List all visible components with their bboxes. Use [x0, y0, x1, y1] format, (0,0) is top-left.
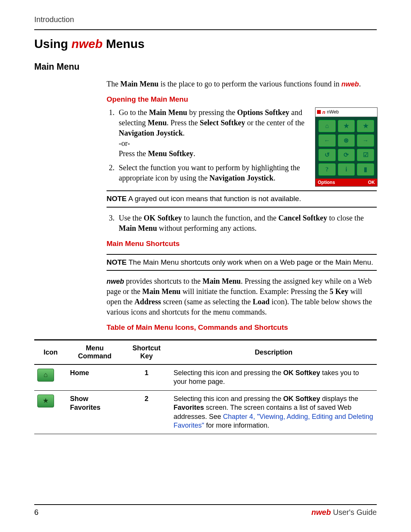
menu-cell: ⟳ — [338, 149, 355, 161]
note-text: The Main Menu shortcuts only work when o… — [127, 258, 373, 266]
home-icon: ⌂ — [37, 369, 54, 382]
table-row: ⌂ Home 1 Selecting this icon and pressin… — [34, 364, 377, 390]
text: The — [107, 80, 120, 88]
steps-list-cont: Use the OK Softkey to launch the functio… — [107, 213, 377, 233]
text: without performing any actions. — [157, 224, 257, 232]
th-key: Shortcut Key — [123, 340, 170, 365]
menu-cell: ⌂ — [319, 120, 336, 132]
intro-paragraph: The Main Menu is the place to go to perf… — [107, 79, 377, 89]
text: for more information. — [204, 422, 269, 429]
phone-title-text: nWeb — [327, 109, 339, 115]
cell-icon: ★ — [34, 390, 67, 434]
bold: 5 Key — [330, 287, 348, 296]
bold: Main Menu — [202, 277, 241, 285]
bold: Main Menu — [142, 287, 181, 296]
header-rule — [34, 29, 377, 30]
text: Selecting this icon and pressing the — [174, 395, 283, 403]
phone-flag-icon — [317, 110, 321, 114]
star-icon: ★ — [37, 395, 54, 407]
bold: Favorites — [174, 404, 204, 411]
menu-cell: ★ — [338, 120, 355, 132]
page-number: 6 — [34, 508, 38, 517]
text: Selecting this icon and pressing the — [174, 369, 283, 377]
subheading-opening: Opening the Main Menu — [107, 94, 377, 104]
bold: Main Menu — [120, 80, 159, 88]
note-block-2: NOTE The Main Menu shortcuts only work w… — [107, 254, 377, 271]
bold: Menu — [148, 118, 167, 127]
body-column: The Main Menu is the place to go to perf… — [107, 79, 377, 335]
title-post: Menus — [103, 37, 145, 51]
text: or the center of the — [245, 118, 304, 127]
cell-command: Show Favorites — [67, 390, 123, 434]
cell-description: Selecting this icon and pressing the OK … — [170, 364, 377, 390]
text: Press the — [119, 149, 148, 158]
title-pre: Using — [34, 37, 72, 51]
th-icon: Icon — [34, 340, 67, 365]
phone-screenshot: n nWeb ⌂ ★ ★ ← ⊛ → ↺ ⟳ ☑ ? i ▮ Options O… — [315, 107, 377, 187]
th-command: Menu Command — [67, 340, 123, 365]
brand-inline: nweb — [107, 278, 124, 285]
text: displays the — [320, 395, 358, 403]
menu-cell: ▮ — [357, 163, 374, 176]
bold: Navigation Joystick — [119, 129, 183, 137]
cell-key: 2 — [123, 390, 170, 434]
text: provides shortcuts to the — [124, 277, 202, 285]
menu-cell: ★ — [357, 120, 374, 132]
subheading-table: Table of Main Menu Icons, Commands and S… — [107, 323, 377, 332]
text: . — [359, 80, 361, 88]
text: to close the — [327, 214, 364, 222]
title-brand: nweb — [72, 37, 103, 51]
brand-inline: nweb — [341, 80, 359, 88]
note-text: A grayed out icon means that function is… — [127, 195, 301, 203]
bold: Main Menu — [119, 224, 157, 232]
text: Use the — [119, 214, 144, 222]
phone-softkey-bar: Options OK — [315, 179, 377, 186]
note-label: NOTE — [107, 195, 127, 203]
phone-softkey-right: OK — [368, 179, 375, 185]
bold: OK Softkey — [283, 369, 320, 377]
bold: Load — [253, 297, 269, 306]
phone-titlebar: n nWeb — [315, 108, 377, 117]
cell-description: Selecting this icon and pressing the OK … — [170, 390, 377, 434]
footer-rest: User's Guide — [331, 508, 377, 516]
menu-cell: ← — [319, 134, 336, 147]
text: will initiate the function. Example: Pre… — [180, 287, 330, 296]
menu-cell: ? — [319, 163, 336, 176]
phone-title-n: n — [322, 109, 325, 116]
text: . — [183, 129, 185, 137]
menu-cell: ⊛ — [338, 134, 355, 147]
menu-cell: → — [357, 134, 374, 147]
table-header-row: Icon Menu Command Shortcut Key Descripti… — [34, 340, 377, 365]
text: . Press the — [167, 118, 200, 127]
bold: Menu Softkey — [148, 149, 193, 158]
shortcuts-paragraph: nweb provides shortcuts to the Main Menu… — [107, 276, 377, 317]
bold: Navigation Joystick — [209, 174, 273, 182]
step-3: Use the OK Softkey to launch the functio… — [116, 213, 377, 233]
subheading-shortcuts: Main Menu Shortcuts — [107, 239, 377, 249]
menu-cell: ☑ — [357, 149, 374, 161]
text: screen (same as selecting the — [161, 297, 253, 306]
text: . — [274, 174, 276, 182]
cell-key: 1 — [123, 364, 170, 390]
icons-table: Icon Menu Command Shortcut Key Descripti… — [34, 339, 377, 434]
bold: Options Softkey — [237, 108, 289, 117]
cell-command: Home — [67, 364, 123, 390]
page-footer: 6 nweb User's Guide — [34, 504, 377, 517]
text: by pressing the — [187, 108, 237, 117]
menu-cell: i — [338, 163, 355, 176]
note-block-1: NOTE A grayed out icon means that functi… — [107, 190, 377, 208]
bold: OK Softkey — [283, 395, 320, 403]
footer-rule — [34, 504, 377, 505]
bold: Cancel Softkey — [278, 214, 327, 222]
table-row: ★ Show Favorites 2 Selecting this icon a… — [34, 390, 377, 434]
bold: Address — [134, 297, 161, 306]
cell-icon: ⌂ — [34, 364, 67, 390]
footer-title: nweb User's Guide — [311, 508, 377, 517]
text: is the place to go to perform the variou… — [159, 80, 341, 88]
bold: OK Softkey — [144, 214, 182, 222]
note-label: NOTE — [107, 258, 127, 266]
th-description: Description — [170, 340, 377, 365]
text: to launch the function, and the — [182, 214, 278, 222]
text: Go to the — [119, 108, 149, 117]
page-title: Using nweb Menus — [34, 37, 377, 51]
